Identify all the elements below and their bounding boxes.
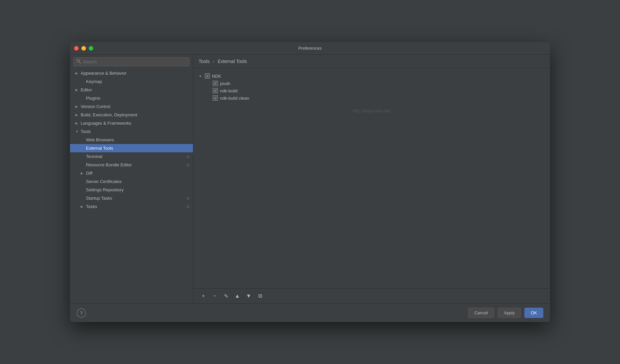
sidebar-item-appearance-behavior[interactable]: ▶ Appearance & Behavior [70, 69, 193, 77]
ndk-label: NDK [212, 74, 221, 79]
tree-item-ndk-build-clean[interactable]: ✓ ndk-build clean [199, 94, 545, 102]
sidebar-item-resource-bundle-editor[interactable]: Resource Bundle Editor ⧉ [70, 161, 193, 169]
ok-button[interactable]: OK [524, 308, 543, 318]
breadcrumb-separator: › [213, 59, 215, 64]
move-up-button[interactable]: ▲ [233, 291, 242, 301]
move-down-button[interactable]: ▼ [244, 291, 253, 301]
javah-checkbox[interactable]: ✓ [213, 81, 218, 86]
sidebar-item-label: Diff [86, 171, 190, 176]
sidebar-item-startup-tasks[interactable]: Startup Tasks ⧉ [70, 194, 193, 202]
help-button[interactable]: ? [77, 308, 86, 318]
sidebar-item-label: Appearance & Behavior [81, 71, 190, 76]
tree-item-ndk-build[interactable]: ✓ ndk-build [199, 87, 545, 94]
expand-arrow: ▶ [75, 121, 81, 125]
sidebar-item-label: Resource Bundle Editor [86, 162, 187, 167]
bottom-toolbar: + − ✎ ▲ ▼ ⧉ [193, 288, 550, 303]
breadcrumb-part-1: Tools [199, 59, 210, 64]
watermark-text: http://blog.csdn.net/ [199, 102, 545, 120]
close-button[interactable] [74, 46, 79, 51]
sidebar-item-label: External Tools [86, 146, 190, 151]
sidebar-item-version-control[interactable]: ▶ Version Control [70, 102, 193, 111]
sidebar-item-diff[interactable]: ▶ Diff [70, 169, 193, 177]
edit-tool-button[interactable]: ✎ [221, 291, 231, 301]
sidebar-item-label: Web Browsers [86, 137, 190, 142]
sidebar-item-languages-frameworks[interactable]: ▶ Languages & Frameworks [70, 119, 193, 127]
search-input[interactable] [83, 59, 187, 64]
page-icon: ⧉ [187, 154, 190, 159]
ndk-build-checkbox[interactable]: ✓ [213, 88, 218, 93]
sidebar-item-label: Build, Execution, Deployment [81, 112, 190, 117]
expand-arrow: ▶ [75, 105, 81, 108]
copy-tool-button[interactable]: ⧉ [255, 291, 265, 301]
sidebar-item-label: Tools [81, 129, 190, 134]
tree-area: ▼ ✓ NDK ✓ javah ✓ ndk-build [193, 68, 550, 288]
sidebar-item-keymap[interactable]: Keymap [70, 77, 193, 86]
maximize-button[interactable] [89, 46, 93, 51]
main-panel: Tools › External Tools ▼ ✓ NDK ✓ javah [193, 55, 550, 303]
tree-item-javah[interactable]: ✓ javah [199, 80, 545, 87]
sidebar-item-label: Editor [81, 87, 190, 92]
content-area: ▶ Appearance & Behavior Keymap ▶ Editor … [70, 55, 550, 303]
sidebar-item-label: Server Certificates [86, 179, 190, 184]
ndk-build-clean-checkbox[interactable]: ✓ [213, 95, 218, 101]
ndk-checkbox[interactable]: ✓ [205, 73, 210, 79]
cancel-button[interactable]: Cancel [468, 308, 494, 318]
sidebar-item-server-certificates[interactable]: Server Certificates [70, 177, 193, 186]
expand-arrow: ▼ [75, 130, 81, 133]
javah-label: javah [220, 81, 230, 86]
sidebar-item-build-execution[interactable]: ▶ Build, Execution, Deployment [70, 111, 193, 119]
svg-line-1 [79, 62, 81, 64]
sidebar-item-label: Terminal [86, 154, 187, 159]
sidebar-item-label: Plugins [86, 96, 190, 101]
sidebar-item-tasks[interactable]: ▶ Tasks ⧉ [70, 202, 193, 211]
header: Tools › External Tools [193, 55, 550, 68]
sidebar-item-terminal[interactable]: Terminal ⧉ [70, 152, 193, 161]
breadcrumb: Tools › External Tools [199, 59, 247, 64]
expand-arrow: ▶ [75, 71, 81, 75]
tree-arrow: ▼ [199, 74, 205, 78]
sidebar-item-label: Tasks [86, 204, 187, 209]
sidebar-item-label: Settings Repository [86, 187, 190, 192]
sidebar-nav: ▶ Appearance & Behavior Keymap ▶ Editor … [70, 69, 193, 303]
footer: ? Cancel Apply OK [70, 303, 550, 322]
expand-arrow: ▶ [81, 171, 86, 175]
sidebar-item-label: Languages & Frameworks [81, 121, 190, 126]
sidebar-item-label: Keymap [86, 79, 190, 84]
sidebar-item-editor[interactable]: ▶ Editor [70, 86, 193, 94]
minimize-button[interactable] [81, 46, 86, 51]
sidebar-item-label: Version Control [81, 104, 190, 109]
apply-button[interactable]: Apply [498, 308, 521, 318]
ndk-build-clean-label: ndk-build clean [220, 96, 249, 101]
sidebar: ▶ Appearance & Behavior Keymap ▶ Editor … [70, 55, 193, 303]
page-icon: ⧉ [187, 163, 190, 167]
tree-group-ndk[interactable]: ▼ ✓ NDK [199, 72, 545, 80]
sidebar-item-label: Startup Tasks [86, 196, 187, 201]
add-tool-button[interactable]: + [199, 291, 208, 301]
expand-arrow: ▶ [81, 205, 86, 208]
remove-tool-button[interactable]: − [210, 291, 219, 301]
sidebar-item-external-tools[interactable]: External Tools [70, 144, 193, 152]
breadcrumb-part-2: External Tools [218, 59, 247, 64]
sidebar-item-web-browsers[interactable]: Web Browsers [70, 136, 193, 144]
titlebar: Preferences [70, 42, 550, 55]
preferences-window: Preferences ▶ Appearance & Behavior [70, 42, 550, 322]
sidebar-item-tools[interactable]: ▼ Tools [70, 127, 193, 136]
search-box[interactable] [73, 57, 190, 66]
sidebar-item-settings-repository[interactable]: Settings Repository [70, 186, 193, 194]
page-icon: ⧉ [187, 196, 190, 201]
page-icon: ⧉ [187, 204, 190, 209]
window-title: Preferences [298, 46, 322, 51]
sidebar-item-plugins[interactable]: Plugins [70, 94, 193, 102]
expand-arrow: ▶ [75, 88, 81, 92]
traffic-lights [74, 46, 93, 51]
ndk-build-label: ndk-build [220, 88, 238, 93]
search-icon [76, 59, 81, 65]
expand-arrow: ▶ [75, 113, 81, 117]
